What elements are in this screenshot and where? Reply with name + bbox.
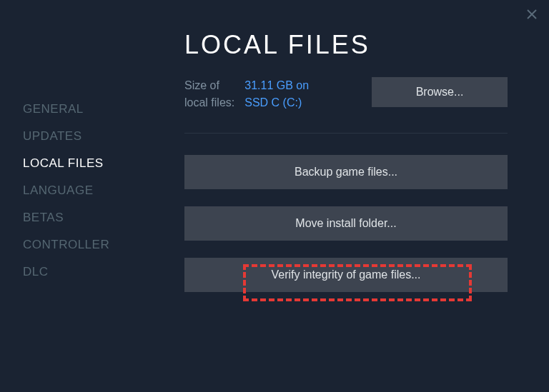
sidebar-item-dlc[interactable]: DLC — [23, 258, 164, 286]
backup-button[interactable]: Backup game files... — [184, 155, 508, 189]
size-value-line2: SSD C (C:) — [244, 96, 302, 109]
sidebar-item-updates[interactable]: UPDATES — [23, 123, 164, 150]
main-panel: LOCAL FILES Size of local files: 31.11 G… — [164, 0, 549, 392]
sidebar-item-language[interactable]: LANGUAGE — [23, 177, 164, 204]
size-label: Size of local files: — [184, 77, 234, 111]
sidebar-item-local-files[interactable]: LOCAL FILES — [23, 150, 164, 177]
move-folder-button[interactable]: Move install folder... — [184, 206, 508, 241]
size-label-line2: local files: — [184, 96, 234, 109]
sidebar: GENERAL UPDATES LOCAL FILES LANGUAGE BET… — [0, 0, 164, 392]
sidebar-item-betas[interactable]: BETAS — [23, 204, 164, 231]
close-icon — [526, 9, 538, 20]
verify-integrity-button[interactable]: Verify integrity of game files... — [184, 258, 508, 292]
browse-button[interactable]: Browse... — [372, 77, 508, 107]
size-label-line1: Size of — [184, 79, 219, 91]
page-title: LOCAL FILES — [184, 30, 508, 60]
close-button[interactable] — [525, 7, 539, 21]
size-value-line1: 31.11 GB on — [244, 79, 309, 91]
size-row: Size of local files: 31.11 GB on SSD C (… — [184, 77, 508, 111]
sidebar-item-general[interactable]: GENERAL — [23, 96, 164, 123]
size-value: 31.11 GB on SSD C (C:) — [244, 77, 309, 111]
size-info: Size of local files: 31.11 GB on SSD C (… — [184, 77, 359, 111]
divider — [184, 133, 508, 134]
sidebar-item-controller[interactable]: CONTROLLER — [23, 231, 164, 258]
